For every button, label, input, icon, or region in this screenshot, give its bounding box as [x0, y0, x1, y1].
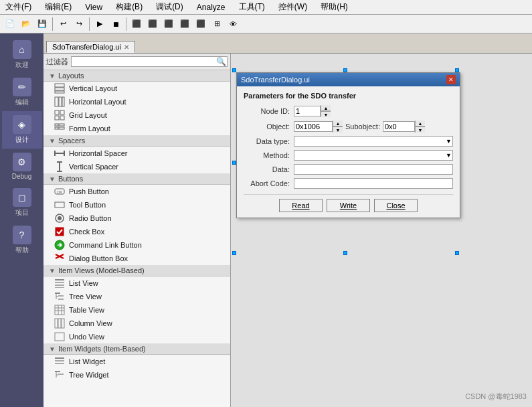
toolbar-save[interactable]: 💾: [35, 17, 50, 31]
data-input[interactable]: [294, 164, 453, 175]
toolbar-align-center[interactable]: ⬛: [145, 17, 160, 31]
left-sidebar: ⌂ 欢迎 ✏ 编辑 ◈ 设计 ⚙ Debug ◻ 项目 ? 帮助: [0, 33, 43, 407]
buttons-arrow: ▼: [49, 175, 56, 183]
svg-rect-2: [55, 91, 64, 93]
widget-form-layout[interactable]: Form Layout: [43, 122, 230, 135]
section-buttons[interactable]: ▼ Buttons: [43, 173, 230, 185]
dialog-titlebar: SdoTransferDialog.ui ✕: [237, 73, 460, 86]
tab-label: SdoTransferDialog.ui: [52, 43, 121, 51]
toolbar-stop[interactable]: ⏹: [108, 17, 123, 31]
filter-input[interactable]: [71, 56, 228, 67]
widget-vertical-layout[interactable]: Vertical Layout: [43, 82, 230, 95]
object-input[interactable]: [294, 121, 333, 132]
dialog-close-title-btn[interactable]: ✕: [446, 75, 456, 84]
radio-button-icon: [54, 213, 65, 224]
toolbar-redo[interactable]: ↪: [72, 17, 86, 31]
abort-code-input[interactable]: [294, 178, 453, 189]
object-up[interactable]: ▲: [333, 120, 343, 127]
sidebar-item-debug[interactable]: ⚙ Debug: [2, 149, 42, 184]
node-id-down[interactable]: ▼: [321, 111, 331, 117]
widget-tree-widget[interactable]: Tree Widget: [43, 368, 230, 382]
form-row-data: Data:: [244, 164, 453, 175]
widget-command-link-button[interactable]: Command Link Button: [43, 238, 230, 252]
widget-dialog-button-box[interactable]: Dialog Button Box: [43, 252, 230, 265]
menu-analyze[interactable]: Analyze: [194, 2, 228, 13]
item-widgets-label: Item Widgets (Item-Based): [58, 345, 146, 353]
table-view-icon: [54, 305, 65, 315]
tab-close-btn[interactable]: ✕: [124, 44, 129, 51]
toolbar-undo[interactable]: ↩: [56, 17, 70, 31]
menu-tools[interactable]: 工具(T): [236, 1, 268, 13]
toolbar-run[interactable]: ▶: [92, 17, 107, 31]
widget-tool-button[interactable]: Tool Button: [43, 198, 230, 212]
svg-rect-4: [59, 97, 62, 106]
object-down[interactable]: ▼: [333, 127, 343, 133]
write-button[interactable]: Write: [327, 199, 370, 212]
node-id-up[interactable]: ▲: [321, 105, 331, 111]
widget-radio-button[interactable]: Radio Button: [43, 212, 230, 225]
widget-push-button[interactable]: OK Push Button: [43, 185, 230, 198]
project-icon: ◻: [13, 188, 31, 207]
tab-sdo-dialog[interactable]: SdoTransferDialog.ui ✕: [46, 41, 135, 53]
svg-rect-53: [58, 374, 64, 375]
widget-grid-layout[interactable]: Grid Layout: [43, 108, 230, 122]
section-layouts[interactable]: ▼ Layouts: [43, 70, 230, 82]
svg-rect-46: [55, 333, 64, 341]
subobject-down[interactable]: ▼: [416, 127, 425, 133]
menu-view[interactable]: View: [82, 2, 105, 13]
toolbar-grid[interactable]: ⊞: [209, 17, 224, 31]
menu-widgets[interactable]: 控件(W): [276, 1, 310, 13]
menu-debug[interactable]: 调试(D): [153, 1, 186, 13]
design-area[interactable]: SdoTransferDialog.ui ✕ Parameters for th…: [231, 54, 532, 407]
undo-view-icon: [54, 331, 65, 342]
widget-vertical-spacer[interactable]: Vertical Spacer: [43, 160, 230, 173]
menu-file[interactable]: 文件(F): [3, 1, 34, 13]
close-button[interactable]: Close: [374, 199, 418, 212]
object-spin: ▲ ▼: [294, 120, 343, 133]
filter-label: 过滤器: [46, 57, 68, 67]
widget-list-widget[interactable]: List Widget: [43, 355, 230, 368]
sidebar-item-edit[interactable]: ✏ 编辑: [2, 74, 42, 111]
widget-tree-view[interactable]: Tree View: [43, 290, 230, 303]
widget-horizontal-spacer[interactable]: Horizontal Spacer: [43, 147, 230, 160]
data-type-select[interactable]: [294, 136, 453, 147]
list-view-icon: [54, 278, 65, 289]
edit-icon: ✏: [13, 78, 31, 96]
section-spacers[interactable]: ▼ Spacers: [43, 135, 230, 147]
sidebar-item-design[interactable]: ◈ 设计: [2, 111, 42, 149]
widget-table-view[interactable]: Table View: [43, 303, 230, 317]
svg-rect-38: [55, 305, 64, 315]
widget-horizontal-layout[interactable]: Horizontal Layout: [43, 95, 230, 108]
menu-edit[interactable]: 编辑(E): [42, 1, 74, 13]
dialog-button-box-icon: [54, 253, 65, 264]
toolbar-align-top[interactable]: ⬛: [177, 17, 192, 31]
widget-list-view[interactable]: List View: [43, 276, 230, 290]
toolbar-align-right[interactable]: ⬛: [161, 17, 176, 31]
tree-view-icon: [54, 291, 65, 302]
section-item-widgets[interactable]: ▼ Item Widgets (Item-Based): [43, 343, 230, 355]
svg-rect-47: [55, 357, 64, 359]
subobject-up[interactable]: ▲: [416, 120, 425, 127]
sidebar-item-help[interactable]: ? 帮助: [2, 222, 42, 259]
method-select[interactable]: [294, 150, 453, 161]
widget-undo-view[interactable]: Undo View: [43, 330, 230, 343]
sidebar-item-project[interactable]: ◻ 项目: [2, 184, 42, 222]
toolbar-align-bottom[interactable]: ⬛: [193, 17, 208, 31]
read-button[interactable]: Read: [279, 199, 323, 212]
toolbar-align-left[interactable]: ⬛: [129, 17, 144, 31]
table-view-label: Table View: [69, 306, 104, 314]
section-item-views[interactable]: ▼ Item Views (Model-Based): [43, 265, 230, 276]
toolbar: 📄 📂 💾 ↩ ↪ ▶ ⏹ ⬛ ⬛ ⬛ ⬛ ⬛ ⊞ 👁: [0, 15, 532, 33]
toolbar-open[interactable]: 📂: [19, 17, 33, 31]
node-id-input[interactable]: 1: [294, 106, 321, 116]
sidebar-item-welcome[interactable]: ⌂ 欢迎: [2, 36, 42, 74]
form-row-method: Method: ▼: [244, 150, 453, 161]
widget-column-view[interactable]: Column View: [43, 317, 230, 330]
widget-check-box[interactable]: Check Box: [43, 225, 230, 238]
debug-icon: ⚙: [13, 153, 31, 171]
toolbar-preview[interactable]: 👁: [226, 17, 240, 31]
menu-help[interactable]: 帮助(H): [318, 1, 351, 13]
subobject-input[interactable]: [383, 121, 415, 132]
toolbar-new[interactable]: 📄: [3, 17, 17, 31]
menu-build[interactable]: 构建(B): [113, 1, 145, 13]
